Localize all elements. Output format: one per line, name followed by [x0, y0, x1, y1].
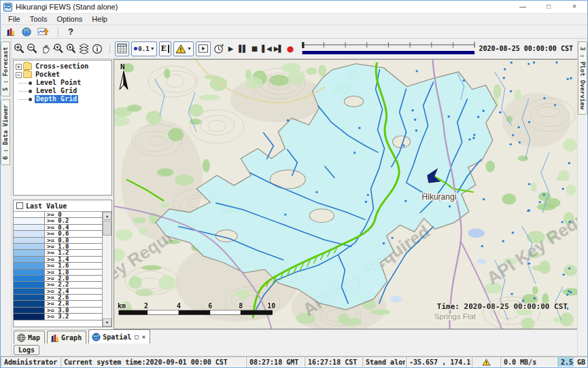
legend-value-label: >= 2.2: [45, 282, 102, 287]
zoom-out-icon[interactable]: [27, 41, 39, 56]
skip-end-button[interactable]: ▶▌: [273, 45, 283, 52]
layers-icon[interactable]: [78, 41, 90, 56]
legend-value-label: >= 2.4: [45, 289, 102, 294]
tree-item-level-grid[interactable]: Level Grid: [14, 87, 111, 95]
close-button[interactable]: ×: [561, 1, 587, 13]
zoom-in-icon[interactable]: [14, 41, 26, 56]
legend-color-swatch: [14, 250, 45, 255]
globe-icon: [92, 333, 101, 342]
profile-button[interactable]: E: [159, 41, 171, 56]
tab-close-icon[interactable]: ✕: [142, 333, 145, 340]
tab-maximize-icon[interactable]: □: [135, 333, 138, 340]
status-system-time: Current system time:2020-09-01 00:00 CST: [60, 356, 246, 367]
scale-tick: 10: [267, 302, 275, 310]
database-display-icon[interactable]: [3, 26, 17, 38]
time-slider-thumb: [302, 42, 304, 48]
class-break-selector[interactable]: 0.1 ▼: [131, 41, 156, 56]
menu-options[interactable]: Options: [52, 15, 87, 23]
status-memory[interactable]: 2.5 GB: [557, 356, 587, 367]
folder-icon: [23, 63, 32, 70]
help-button[interactable]: ?: [64, 26, 77, 38]
locality-label: Springs Flat: [434, 312, 477, 320]
menu-tools[interactable]: Tools: [25, 15, 52, 23]
maximize-button[interactable]: □: [536, 1, 561, 13]
tree-guide-line: [19, 83, 27, 84]
scale-tick: 8: [239, 302, 243, 310]
tab-plot-overview[interactable]: 3 : Plot Overview: [578, 41, 587, 115]
legend-color-swatch: [14, 308, 45, 313]
legend-value-label: >= 1.8: [45, 270, 102, 275]
tab-graph[interactable]: Graph: [47, 331, 86, 344]
record-button[interactable]: ●: [285, 44, 295, 54]
legend-value-label: >= 0.6: [45, 231, 102, 236]
map-canvas[interactable]: API Key Required API Key Required API Ke…: [114, 59, 577, 329]
tab-data-viewer[interactable]: 6 : Data Viewer: [1, 99, 10, 165]
dropdown-arrow-icon: ▼: [187, 46, 192, 51]
time-slider[interactable]: [301, 41, 476, 57]
scroll-down-icon[interactable]: ▼: [103, 318, 111, 327]
scroll-up-icon[interactable]: ▲: [103, 212, 111, 220]
last-value-checkbox[interactable]: [16, 202, 23, 209]
status-warning-icon[interactable]: [472, 356, 500, 367]
zoom-previous-icon[interactable]: [52, 41, 65, 56]
stop-button[interactable]: ■: [249, 45, 260, 52]
zoom-next-icon[interactable]: [65, 41, 77, 56]
map-time-label: Time: 2020-08-25 00:00:00 CST: [437, 302, 568, 311]
menu-file[interactable]: File: [3, 15, 25, 23]
expand-icon[interactable]: +: [16, 64, 22, 70]
skip-start-button[interactable]: ▌◀: [261, 45, 271, 52]
legend-value-label: >= 1.4: [45, 257, 102, 262]
legend-value-label: >= 2.0: [45, 276, 102, 281]
thresholds-button[interactable]: ▼: [173, 41, 194, 56]
scale-unit: km: [118, 302, 126, 310]
timeseries-dialog-icon[interactable]: [36, 26, 50, 38]
layer-tree[interactable]: +Cross-section−PocketLevel PointLevel Gr…: [13, 60, 112, 196]
bottom-tab-bar: Map Graph Spatial □ ✕: [12, 329, 577, 344]
tab-map[interactable]: Map: [14, 331, 45, 344]
pause-button[interactable]: ▌▌: [237, 45, 247, 52]
animation-dialog-button[interactable]: [196, 41, 211, 56]
tree-item-depth-grid[interactable]: Depth Grid: [14, 95, 111, 103]
tree-item-pocket[interactable]: −Pocket: [14, 71, 111, 79]
legend-color-swatch: [14, 289, 45, 294]
legend-color-swatch: [14, 276, 45, 281]
bullet-icon: [29, 98, 32, 101]
legend-color-swatch: [14, 244, 45, 249]
legend-scrollbar[interactable]: ▲ ▼: [102, 212, 111, 327]
minimize-button[interactable]: —: [510, 1, 536, 13]
menu-help[interactable]: Help: [87, 15, 112, 23]
legend-value-label: >= 1.0: [45, 244, 102, 249]
legend-value-label: >= 3.0: [45, 308, 102, 313]
tab-forecast[interactable]: 5 : Forecast: [1, 41, 10, 96]
tree-item-level-point[interactable]: Level Point: [14, 79, 111, 87]
scroll-thumb[interactable]: [103, 221, 111, 236]
bullet-icon: [29, 81, 32, 85]
main-toolbar: ?: [1, 24, 587, 39]
logs-button[interactable]: Logs: [14, 345, 39, 355]
app-icon: [3, 3, 12, 12]
play-button[interactable]: ▶: [226, 45, 236, 52]
animation-speed-icon[interactable]: [213, 41, 225, 56]
legend-value-label: >= 0: [45, 212, 102, 217]
bar-chart-icon: [50, 333, 59, 342]
legend-value-label: >= 1.2: [45, 250, 102, 255]
legend-color-swatch: [14, 231, 45, 236]
collapse-icon[interactable]: −: [16, 72, 22, 78]
legend-color-swatch: [14, 257, 45, 262]
logs-bar: Logs: [12, 344, 577, 356]
map-display-icon[interactable]: [20, 26, 33, 38]
legend-color-swatch: [14, 314, 45, 319]
grid-display-button[interactable]: [115, 41, 129, 56]
legend-list: >= 0>= 0.2>= 0.4>= 0.6>= 0.8>= 1.0>= 1.2…: [14, 212, 111, 327]
info-icon[interactable]: [91, 41, 103, 56]
folder-icon: [23, 71, 32, 78]
legend-value-label: >= 3.2: [45, 314, 102, 319]
status-gmt-time: 08:27:18 GMT: [246, 356, 305, 367]
tree-item-label: Cross-section: [34, 62, 90, 71]
tree-item-label: Pocket: [34, 71, 61, 79]
tab-spatial[interactable]: Spatial □ ✕: [88, 329, 150, 344]
legend-panel: Last Value >= 0>= 0.2>= 0.4>= 0.6>= 0.8>…: [13, 200, 112, 327]
status-local-time: 16:27:18 CST: [305, 356, 362, 367]
pan-icon[interactable]: [39, 41, 52, 56]
legend-color-swatch: [14, 301, 45, 306]
